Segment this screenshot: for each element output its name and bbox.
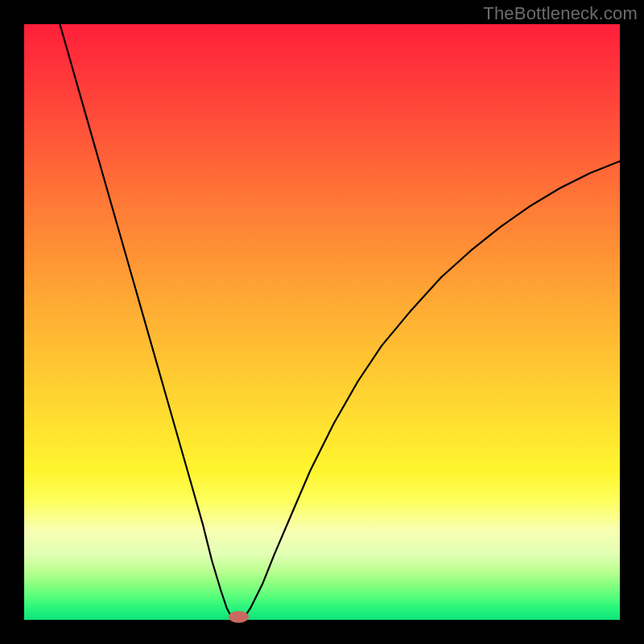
plot-area [24, 24, 620, 620]
bottleneck-marker-icon [229, 611, 249, 623]
curve-left-branch [60, 24, 231, 617]
chart-svg [24, 24, 620, 620]
chart-frame: TheBottleneck.com [0, 0, 644, 644]
curve-right-branch [245, 161, 620, 617]
watermark-label: TheBottleneck.com [483, 3, 638, 24]
